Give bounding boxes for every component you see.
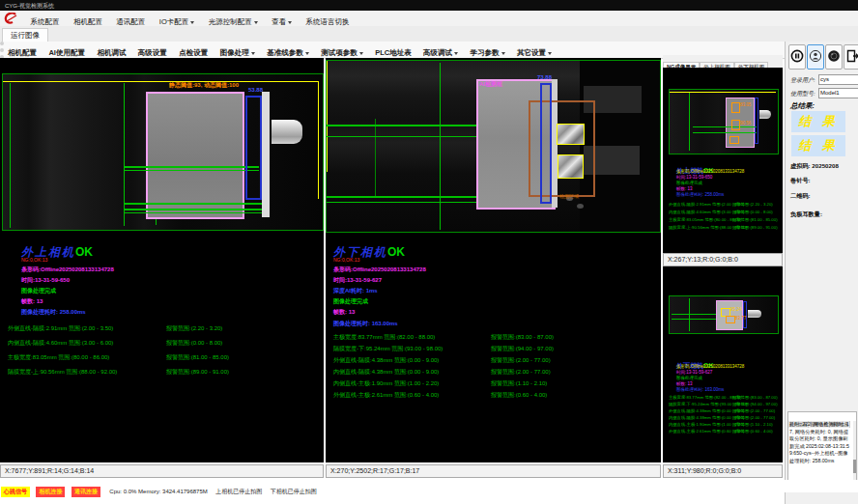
- qr-label: 二维码:: [790, 193, 811, 199]
- thumb2-barcode: 条形码:Offline20250208133134728: [676, 365, 744, 370]
- thumb1-image[interactable]: 83.05 90.56: [669, 89, 779, 154]
- mid-elapsed: 图像处理耗时: 163.00ms: [333, 321, 398, 326]
- roi-rect: [146, 92, 244, 219]
- user-icon: [809, 49, 822, 63]
- measurement-row: 主极宽度:83.77mm 范围:(82.00 - 88.00): [333, 334, 435, 340]
- menubar: 系统配置 相机配置 通讯配置 IO卡配置 光源控制配置 查看 系统语言切换: [0, 11, 858, 27]
- mid-done: 图像处理完成: [333, 298, 368, 304]
- electrode-tab: [759, 110, 771, 119]
- alarm-row: 报警范围:(1.10 - 2.10): [732, 423, 773, 427]
- alarm-row: 报警范围:(2.20 - 3.20): [732, 203, 773, 207]
- cpu-memory-readout: Cpu: 0.0% Memory: 3424.41796875M: [109, 489, 207, 494]
- alarm-row: 报警范围:(89.00 - 91.00): [166, 369, 229, 375]
- exit-button[interactable]: [844, 44, 858, 70]
- alarm-row: 报警范围:(83.00 - 87.00): [491, 334, 554, 340]
- electrode-tab: [748, 310, 761, 318]
- thumb1-time: 时间:13-31-59-650: [676, 176, 712, 181]
- overlay-line: [672, 319, 718, 320]
- overlay-line: [689, 298, 690, 331]
- overlay-line: [3, 81, 318, 82]
- alarm-row: 报警范围:(0.00 - 8.00): [166, 340, 222, 346]
- overlay-line: [327, 196, 481, 198]
- thumb2-elapsed: 图像处理耗时: 163.00ms: [676, 388, 724, 393]
- left-elapsed: 图像处理耗时: 258.00ms: [21, 309, 86, 315]
- comm-link-badge: 通讯连接: [72, 487, 100, 497]
- thumb2-image[interactable]: 95.24 83.77: [669, 295, 779, 334]
- app-window: CYG-视觉检测系统 系统配置 相机配置 通讯配置 IO卡配置 光源控制配置 查…: [0, 0, 858, 504]
- measurement-row: 主极宽度:83.77mm 范围:(82.00 - 88.00): [669, 396, 741, 400]
- measurement-row: 主极宽度:83.05mm 范围:(80.00 - 86.00): [669, 218, 741, 222]
- measurement-row: 外侧直线-隔膜:4.38mm 范围:(0.00 - 9.00): [333, 357, 439, 363]
- overlay-value: 83.05: [740, 103, 751, 108]
- statusbar: 心跳信号 相机连接 通讯连接 Cpu: 0.0% Memory: 3424.41…: [0, 480, 858, 492]
- alarm-row: 报警范围:(2.00 - 77.00): [732, 409, 775, 413]
- left-done: 图像处理完成: [21, 288, 56, 294]
- measurement-row: 主极宽度:83.05mm 范围:(80.00 - 86.00): [8, 354, 109, 360]
- left-ng-count: NG:0,OK:13: [21, 258, 47, 263]
- log-panel: 运行信息报警信息错误信息 耗时: 222, 网络检测耗时: 17, 网络分类耗时…: [787, 411, 857, 489]
- measurement-row: 内侧直线-隔膜:4.38mm 范围:(0.00 - 9.00): [333, 369, 439, 375]
- overlay-line: [10, 83, 11, 228]
- overlay-line: [375, 119, 376, 196]
- measure-rect: [540, 83, 552, 204]
- titlebar: CYG-视觉检测系统: [0, 0, 858, 11]
- overlay-value: 83.77: [735, 317, 746, 322]
- app-logo-icon: [4, 13, 18, 24]
- left-time: 时间:13-31-59-650: [21, 277, 70, 283]
- overlay-line: [670, 92, 776, 93]
- defect-box: [558, 154, 584, 179]
- thumb1-frame: 帧数: 13: [676, 187, 693, 192]
- overlay-line: [693, 132, 757, 133]
- tab-strip: 运行图像: [0, 26, 858, 42]
- log-text: 耗时: 222, 网络检测耗时: 17, 网络分类耗时: 0, 网络提取分区耗时…: [789, 421, 850, 464]
- blue-measure-value: 73.88: [537, 74, 552, 80]
- alarm-row: 报警范围:(0.60 - 4.00): [491, 392, 547, 398]
- alarm-row: 报警范围:(2.00 - 77.00): [491, 357, 551, 363]
- overlay-value: 95.24: [730, 308, 741, 313]
- dropdown-arrow-icon: [251, 52, 255, 55]
- overlay-line: [440, 63, 441, 230]
- user-button[interactable]: [807, 44, 824, 70]
- dropdown-arrow-icon: [501, 52, 505, 55]
- measure-rect: [755, 98, 758, 144]
- thumb2-coord-readout: X:311;Y:980;R:0;G:0;B:0: [663, 464, 783, 478]
- result-box-2: 结 果: [791, 135, 845, 156]
- user-field[interactable]: cys: [818, 74, 858, 85]
- overlay-line: [124, 166, 259, 168]
- defect-box: [731, 102, 740, 113]
- overlay-line: [318, 81, 319, 199]
- overlay-value: 90.56: [740, 122, 751, 126]
- log-scrollbar-thumb[interactable]: [853, 460, 856, 473]
- dropdown-arrow-icon: [288, 21, 292, 24]
- needle-label: 卷针号:: [790, 178, 811, 183]
- mid-frame: 帧数: 13: [333, 309, 355, 315]
- blue-measure-value: 53.88: [248, 87, 263, 93]
- overlay-line: [124, 203, 264, 205]
- camera-link-badge: 相机连接: [36, 487, 65, 497]
- log-scrollbar[interactable]: [853, 421, 856, 485]
- machine-part: [577, 204, 584, 209]
- dropdown-arrow-icon: [548, 52, 552, 55]
- model-field[interactable]: Model1: [818, 88, 858, 98]
- measurement-row: 隔膜宽度-上:90.56mm 范围:(88.00 - 92.00): [8, 369, 117, 375]
- left-camera-image[interactable]: 静态阈值:93, 动态阈值:100 53.88: [2, 73, 324, 231]
- thumb1-elapsed: 图像处理耗时: 258.00ms: [676, 193, 724, 198]
- mid-camera-image[interactable]: AI检测框 73.88 检测区域: [326, 60, 661, 233]
- mid-coord-readout: X:270;Y:2502;R:17;G:17;B:17: [326, 464, 661, 478]
- sidebar: 登录用户: cys 使用型号: Model1 总结果: 结 果 结 果 虚拟码:…: [785, 42, 858, 504]
- defect-box: [729, 136, 739, 144]
- overlay-line: [124, 209, 264, 210]
- alarm-row: 报警范围:(2.20 - 3.20): [166, 325, 222, 331]
- pause-button[interactable]: [788, 44, 806, 70]
- status-ok: OK: [75, 245, 93, 259]
- mid-ai-time: 深度AI耗时: 1ms: [333, 288, 378, 294]
- measurement-row: 外侧直线-隔膜:2.91mm 范围:(2.00 - 3.50): [8, 325, 113, 331]
- status-ok: OK: [387, 245, 405, 259]
- alarm-row: 报警范围:(0.00 - 8.00): [732, 210, 773, 214]
- alarm-row: 报警范围:(1.10 - 2.10): [491, 380, 547, 386]
- measurement-row: 外侧直线-主极:2.61mm 范围:(0.60 - 4.00): [333, 392, 439, 398]
- overlay-line: [689, 93, 690, 151]
- model-label: 使用型号:: [790, 90, 815, 98]
- camera-lens-button[interactable]: [825, 44, 843, 70]
- dropdown-arrow-icon: [254, 21, 258, 24]
